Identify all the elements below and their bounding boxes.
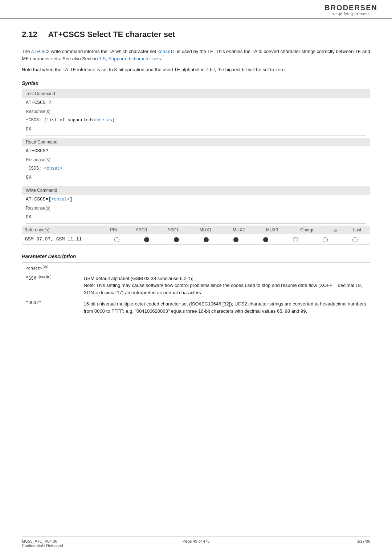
write-ok-row: OK (22, 212, 370, 222)
circle-asc0 (144, 237, 149, 242)
chset-code: <chset> (158, 49, 176, 54)
ref-mux2-circle (221, 234, 251, 244)
read-response-value: +CSCS: <chset> (22, 164, 370, 173)
test-command-value: AT+CSCS=? (22, 98, 370, 107)
read-ok-row: OK (22, 173, 370, 182)
test-response-value: +CSCS: (list of supported<chset>s) (22, 116, 370, 125)
write-command-row: AT+CSCS=[<chset>] (22, 195, 370, 204)
footer-center: Page 49 of 475 (138, 539, 254, 548)
syntax-table: Test Command AT+CSCS=? Response(s) +CSCS… (22, 89, 370, 245)
footer-right: 3/17/06 (254, 539, 370, 548)
footer-page: Page 49 of 475 (138, 539, 254, 543)
read-command-header: Read Command (22, 138, 370, 146)
logo: BRODERSEN simplifying process (324, 4, 377, 16)
section-link[interactable]: 1.5, Supported character sets (99, 56, 161, 61)
write-command-header-row: Write Command (22, 186, 370, 195)
gsm-superscript: (8&F)(P) (39, 275, 52, 279)
ref-last-circle (340, 234, 370, 244)
circle-last (352, 237, 358, 242)
section-name: AT+CSCS Select TE character set (48, 30, 175, 39)
circle-pin (114, 237, 119, 242)
footer-doc-id: MC55_ATC_V04.00 (22, 539, 138, 543)
write-response-label: Response(s) (22, 204, 370, 212)
ref-data-gsm: GSM 07.07, GSM 11.11 (22, 234, 370, 244)
test-response-row: +CSCS: (list of supported<chset>s) (22, 116, 370, 125)
param-table: <chset>(str) "GSM"(8&F)(P) GSM default a… (22, 262, 370, 317)
intro-paragraph-1: The AT+CSCS write command informs the TA… (22, 48, 370, 62)
footer-date: 3/17/06 (254, 539, 370, 543)
ref-asc0-circle (132, 234, 162, 244)
param-ucs2-desc: 16-bit universal multiple-octet coded ch… (80, 298, 370, 317)
ref-col-charge: Charge (289, 226, 326, 234)
at-cscs-code: AT+CSCS (31, 49, 49, 54)
section-title: 2.12 AT+CSCS Select TE character set (22, 30, 370, 41)
test-command-header-row: Test Command (22, 89, 370, 98)
ref-col-mux3: MUX3 (256, 226, 289, 234)
read-response-label: Response(s) (22, 155, 370, 164)
read-response-row: +CSCS: <chset> (22, 164, 370, 173)
param-desc-heading: Parameter Description (22, 254, 370, 259)
param-header-cell: <chset>(str) (22, 262, 370, 273)
test-response-label: Response(s) (22, 107, 370, 116)
chset-param-name: <chset> (26, 266, 42, 271)
footer-left: MC55_ATC_V04.00 Confidential / Released (22, 539, 138, 548)
intro-paragraph-2: Note that when the TA-TE interface is se… (22, 66, 370, 73)
test-command-header: Test Command (22, 89, 370, 98)
write-command-header: Write Command (22, 186, 370, 195)
circle-special (323, 237, 328, 242)
ref-mux1-circle (191, 234, 221, 244)
main-content: 2.12 AT+CSCS Select TE character set The… (0, 19, 392, 339)
test-command-row: AT+CSCS=? (22, 98, 370, 107)
ref-col-asc1: ASC1 (157, 226, 189, 234)
chset-superscript: (str) (42, 265, 48, 268)
ref-col-asc0: ASC0 (126, 226, 158, 234)
param-ucs2-row: "UCS2" 16-bit universal multiple-octet c… (22, 298, 370, 317)
ref-col-mux2: MUX2 (222, 226, 256, 234)
read-command-header-row: Read Command (22, 138, 370, 146)
ref-charge-circle (281, 234, 310, 244)
logo-subtitle: simplifying process (324, 12, 377, 16)
write-command-value: AT+CSCS=[<chset>] (22, 195, 370, 204)
ref-col-last: Last (344, 226, 370, 234)
page-header: BRODERSEN simplifying process (0, 0, 392, 19)
footer-status: Confidential / Released (22, 543, 138, 548)
read-response-label-row: Response(s) (22, 155, 370, 164)
test-ok-row: OK (22, 125, 370, 134)
reference-data-table: GSM 07.07, GSM 11.11 (22, 234, 370, 244)
read-ok-value: OK (22, 173, 370, 182)
read-command-value: AT+CSCS? (22, 146, 370, 155)
ref-col-name: Reference(s) (22, 226, 102, 234)
syntax-heading: Syntax (22, 80, 370, 86)
ref-asc1-circle (162, 234, 191, 244)
test-ok-value: OK (22, 125, 370, 134)
circle-charge (293, 237, 298, 242)
param-header-row: <chset>(str) (22, 262, 370, 273)
param-gsm-name: "GSM"(8&F)(P) (22, 273, 80, 299)
reference-table: Reference(s) PIN ASC0 ASC1 MUX1 MUX2 MUX… (22, 226, 370, 234)
param-ucs2-name: "UCS2" (22, 298, 80, 317)
ref-col-mux1: MUX1 (189, 226, 222, 234)
ref-data-row: GSM 07.07, GSM 11.11 (22, 234, 370, 244)
circle-mux3 (263, 237, 268, 242)
circle-asc1 (174, 237, 179, 242)
param-gsm-desc: GSM default alphabet (GSM 03.38 subclaus… (80, 273, 370, 299)
circle-mux1 (204, 237, 209, 242)
ref-column-headers: Reference(s) PIN ASC0 ASC1 MUX1 MUX2 MUX… (22, 226, 370, 234)
param-gsm-row: "GSM"(8&F)(P) GSM default alphabet (GSM … (22, 273, 370, 299)
write-ok-value: OK (22, 212, 370, 222)
section-number: 2.12 (22, 30, 37, 39)
ref-col-pin: PIN (102, 226, 126, 234)
ref-gsm-value: GSM 07.07, GSM 11.11 (22, 234, 102, 244)
test-response-label-row: Response(s) (22, 107, 370, 116)
write-response-label-row: Response(s) (22, 204, 370, 212)
ref-special-circle (310, 234, 340, 244)
ref-pin-circle (102, 234, 132, 244)
ref-header-row: Reference(s) PIN ASC0 ASC1 MUX1 MUX2 MUX… (22, 226, 370, 234)
read-command-row: AT+CSCS? (22, 146, 370, 155)
page-footer: MC55_ATC_V04.00 Confidential / Released … (22, 536, 370, 548)
circle-mux2 (233, 237, 238, 242)
ref-mux3-circle (251, 234, 281, 244)
ref-col-special: ☼ (326, 226, 344, 234)
logo-text: BRODERSEN (324, 4, 377, 12)
